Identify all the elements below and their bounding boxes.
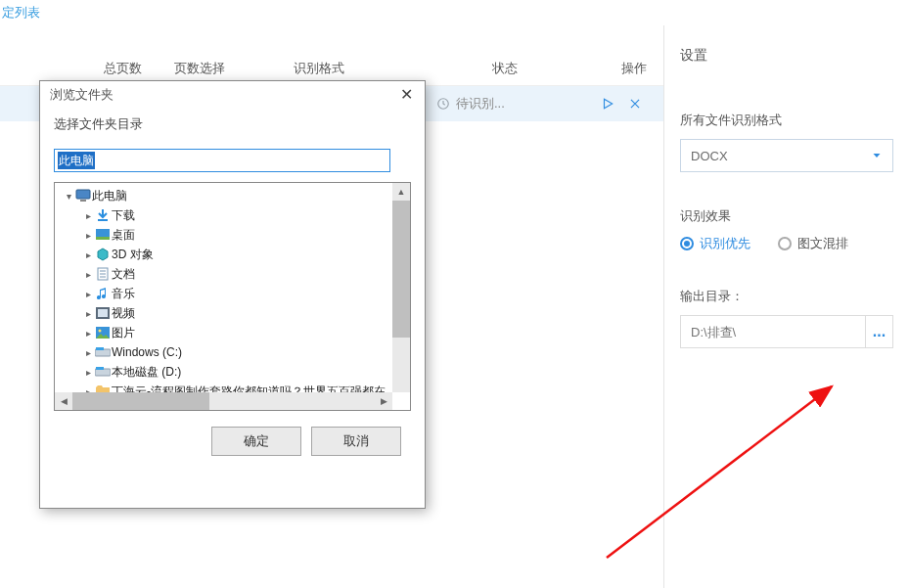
- action-cell: [601, 97, 642, 111]
- svg-rect-12: [98, 309, 108, 317]
- scroll-up-arrow-icon[interactable]: ▲: [392, 183, 410, 201]
- ok-button[interactable]: 确定: [211, 427, 301, 456]
- tree-item-documents[interactable]: ▸ 文档: [55, 264, 410, 284]
- th-page-select: 页数选择: [157, 60, 243, 77]
- cube-icon: [94, 247, 112, 262]
- svg-rect-16: [96, 347, 104, 350]
- quality-label: 识别效果: [680, 207, 893, 225]
- th-format: 识别格式: [270, 60, 368, 77]
- cancel-button[interactable]: 取消: [311, 427, 401, 456]
- status-cell: 待识别...: [436, 95, 573, 113]
- tree-item-3d-objects[interactable]: ▸ 3D 对象: [55, 245, 410, 264]
- expand-icon[interactable]: ▸: [82, 347, 94, 358]
- clock-icon: [436, 97, 450, 111]
- tree-item-music[interactable]: ▸ 音乐: [55, 284, 410, 303]
- path-value-selected: 此电脑: [58, 152, 95, 169]
- computer-icon: [74, 188, 92, 204]
- dialog-subtitle: 选择文件夹目录: [54, 115, 411, 133]
- expand-icon[interactable]: ▸: [82, 269, 94, 280]
- video-icon: [94, 305, 112, 321]
- expand-icon[interactable]: ▸: [82, 289, 94, 299]
- th-status: 状态: [446, 60, 564, 77]
- tree-label: 视频: [112, 305, 135, 322]
- svg-rect-3: [76, 190, 90, 199]
- drive-icon: [94, 344, 112, 360]
- top-tab[interactable]: 定列表: [0, 0, 909, 25]
- music-icon: [94, 286, 112, 301]
- tree-label: 文档: [112, 266, 135, 283]
- scroll-left-arrow-icon[interactable]: ◀: [55, 392, 72, 410]
- scroll-track[interactable]: [392, 201, 410, 392]
- picture-icon: [94, 325, 112, 340]
- play-icon[interactable]: [601, 97, 614, 111]
- tree-item-this-pc[interactable]: ▾ 此电脑: [55, 186, 410, 205]
- tree-label: 音乐: [112, 286, 135, 302]
- download-icon: [94, 207, 112, 223]
- radio-mixed-label: 图文混排: [797, 235, 848, 252]
- horizontal-scrollbar[interactable]: ◀ ▶: [55, 392, 392, 410]
- format-value: DOCX: [691, 149, 728, 163]
- tree-item-videos[interactable]: ▸ 视频: [55, 303, 410, 323]
- dialog-title: 浏览文件夹: [50, 86, 114, 104]
- radio-dot-icon: [778, 237, 792, 250]
- radio-dot-icon: [680, 237, 694, 250]
- th-action: 操作: [605, 60, 663, 77]
- quality-radio-group: 识别优先 图文混排: [680, 235, 893, 252]
- tree-label: 本地磁盘 (D:): [112, 364, 181, 381]
- tree-item-windows-c[interactable]: ▸ Windows (C:): [55, 342, 410, 362]
- hscroll-thumb[interactable]: [72, 392, 209, 410]
- format-block: 所有文件识别格式 DOCX: [680, 112, 893, 172]
- outdir-browse-button[interactable]: ...: [865, 315, 893, 348]
- tree-label: 3D 对象: [112, 247, 154, 263]
- outdir-input[interactable]: [680, 315, 865, 348]
- svg-rect-15: [95, 349, 111, 356]
- drive-icon: [94, 364, 112, 380]
- document-icon: [94, 266, 112, 282]
- desktop-icon: [94, 227, 112, 243]
- settings-panel: 设置 所有文件识别格式 DOCX 识别效果 识别优先 图文混排: [664, 25, 909, 588]
- tree-label: 桌面: [112, 227, 135, 244]
- scroll-thumb[interactable]: [392, 201, 410, 338]
- dialog-close-button[interactable]: ✕: [397, 85, 415, 104]
- expand-icon[interactable]: ▸: [82, 210, 94, 221]
- radio-priority-label: 识别优先: [700, 235, 750, 252]
- quality-block: 识别效果 识别优先 图文混排: [680, 207, 893, 252]
- format-dropdown[interactable]: DOCX: [680, 139, 893, 172]
- tree-item-downloads[interactable]: ▸ 下载: [55, 205, 410, 225]
- svg-rect-18: [96, 367, 104, 370]
- folder-browse-dialog: 浏览文件夹 ✕ 选择文件夹目录 此电脑 ▾ 此电脑 ▸ 下载 ▸: [39, 80, 426, 509]
- chevron-down-icon: [871, 150, 883, 161]
- tree-item-pictures[interactable]: ▸ 图片: [55, 323, 410, 342]
- expand-icon[interactable]: ▸: [82, 367, 94, 378]
- tree-label: 下载: [112, 207, 135, 224]
- expand-icon[interactable]: ▸: [82, 249, 94, 260]
- format-label: 所有文件识别格式: [680, 112, 893, 129]
- scroll-right-arrow-icon[interactable]: ▶: [375, 392, 392, 410]
- outdir-label: 输出目录：: [680, 288, 893, 305]
- svg-rect-17: [95, 369, 111, 376]
- tree-label: 此电脑: [92, 188, 127, 204]
- th-total-pages: 总页数: [88, 60, 157, 77]
- expand-icon[interactable]: ▸: [82, 328, 94, 339]
- svg-rect-4: [80, 200, 86, 202]
- expand-icon[interactable]: ▸: [82, 308, 94, 319]
- tree-label: Windows (C:): [112, 345, 182, 359]
- tree-item-desktop[interactable]: ▸ 桌面: [55, 225, 410, 245]
- svg-rect-6: [96, 237, 110, 240]
- svg-point-14: [99, 330, 102, 333]
- expand-icon[interactable]: ▸: [82, 230, 94, 241]
- vertical-scrollbar[interactable]: ▲: [392, 183, 410, 392]
- folder-tree: ▾ 此电脑 ▸ 下载 ▸ 桌面 ▸ 3D 对象: [54, 182, 411, 411]
- radio-priority[interactable]: 识别优先: [680, 235, 750, 252]
- settings-title: 设置: [680, 47, 893, 65]
- tree-item-local-d[interactable]: ▸ 本地磁盘 (D:): [55, 362, 410, 382]
- status-text: 待识别...: [456, 95, 505, 113]
- collapse-icon[interactable]: ▾: [63, 191, 74, 202]
- close-icon[interactable]: [628, 97, 642, 111]
- path-input[interactable]: 此电脑: [54, 149, 390, 172]
- outdir-block: 输出目录： ...: [680, 288, 893, 348]
- tree-label: 图片: [112, 325, 135, 341]
- radio-mixed[interactable]: 图文混排: [778, 235, 848, 252]
